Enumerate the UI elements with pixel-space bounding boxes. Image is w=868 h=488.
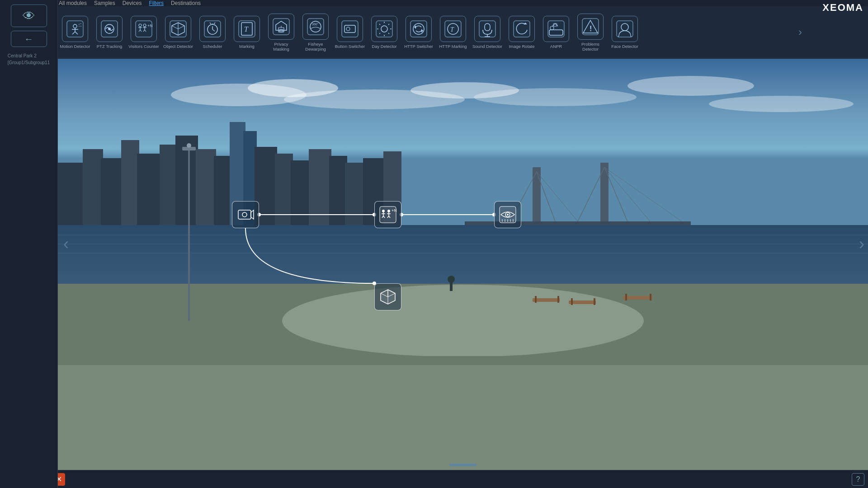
help-icon: ?: [856, 475, 860, 483]
tool-http-marking[interactable]: T HTTP Marking: [437, 11, 469, 54]
tool-label-visitors-counter: Visitors Counter: [128, 44, 159, 49]
canvas-indicator: [449, 464, 476, 466]
tool-label-motion-detector: Motion Detector: [60, 44, 90, 49]
tool-label-ptz-tracking: PTZ Tracking: [97, 44, 123, 49]
svg-text:360°: 360°: [312, 23, 319, 26]
tool-icon-face-detector: [612, 16, 638, 42]
tool-label-fisheye-dewarping: Fisheye Dewarping: [300, 42, 331, 52]
camera-view-button[interactable]: 👁: [11, 5, 47, 27]
tool-icon-sound-detector: [474, 16, 500, 42]
tool-icon-privacy-masking: [268, 14, 294, 40]
svg-text:T: T: [244, 25, 249, 33]
tool-label-sound-detector: Sound Detector: [472, 44, 502, 49]
tool-button-switcher[interactable]: Button Switcher: [334, 11, 366, 54]
tool-label-problems-detector: Problems Detector: [575, 42, 606, 52]
svg-text:!: !: [590, 25, 592, 33]
svg-text:+N: +N: [147, 23, 153, 28]
nav-filters[interactable]: Filters: [149, 0, 164, 6]
svg-rect-49: [376, 21, 392, 37]
camera-name: Central Park 2: [8, 52, 50, 59]
tool-label-face-detector: Face Detector: [611, 44, 638, 49]
tool-label-button-switcher: Button Switcher: [335, 44, 365, 49]
svg-point-164: [507, 214, 509, 216]
svg-point-156: [387, 210, 390, 212]
tool-label-object-detector: Object Detector: [163, 44, 193, 49]
camera-group: [Group1/Subgroup11: [8, 59, 50, 66]
nav-destinations[interactable]: Destinations: [171, 0, 201, 6]
left-sidebar: 👁 ← Central Park 2 [Group1/Subgroup11: [0, 0, 58, 488]
svg-marker-148: [251, 210, 254, 219]
tool-http-switcher[interactable]: HTTP Switcher: [402, 11, 435, 54]
svg-point-149: [242, 212, 247, 217]
tool-icon-button-switcher: [337, 16, 363, 42]
tool-marking[interactable]: T Marking: [231, 11, 263, 54]
tool-icon-http-switcher: [406, 16, 432, 42]
back-icon: ←: [24, 34, 33, 44]
tool-icon-scheduler: [199, 16, 226, 42]
nav-all-modules[interactable]: All modules: [59, 0, 87, 6]
nav-samples[interactable]: Samples: [94, 0, 115, 6]
tool-label-day-detector: Day Detector: [372, 44, 396, 49]
tool-label-scheduler: Scheduler: [203, 44, 222, 49]
tool-ptz-tracking[interactable]: PTZ Tracking: [93, 11, 126, 54]
tool-label-http-marking: HTTP Marking: [439, 44, 467, 49]
tool-icon-visitors-counter: +N: [131, 16, 157, 42]
tool-icon-day-detector: [371, 16, 397, 42]
back-button[interactable]: ←: [11, 31, 47, 47]
flow-overlay: +N: [58, 59, 868, 470]
tool-label-marking: Marking: [239, 44, 255, 49]
svg-text:T: T: [450, 26, 454, 33]
tool-label-privacy-masking: Privacy Masking: [266, 42, 297, 52]
right-nav-arrow[interactable]: ›: [859, 235, 864, 253]
tool-label-anpr: ANPR: [550, 44, 562, 49]
tool-icon-motion-detector: [62, 16, 88, 42]
tool-sound-detector[interactable]: Sound Detector: [471, 11, 504, 54]
tool-icon-object-detector: [165, 16, 191, 42]
preview-node[interactable]: [494, 201, 521, 228]
tool-fisheye-dewarping[interactable]: 360° Fisheye Dewarping: [299, 11, 332, 54]
svg-point-151: [382, 210, 385, 212]
tool-icon-anpr: [543, 16, 569, 42]
svg-text:+N: +N: [392, 208, 397, 213]
right-arrow-icon: ›: [859, 235, 864, 253]
visitors-counter-node[interactable]: +N: [374, 201, 401, 228]
svg-rect-42: [279, 29, 283, 32]
bottom-right: ?: [852, 473, 864, 486]
tool-day-detector[interactable]: Day Detector: [368, 11, 401, 54]
tool-icon-http-marking: T: [440, 16, 466, 42]
filter-toolbar: Motion Detector PTZ Tracking +N Visitors…: [0, 6, 868, 58]
nav-devices[interactable]: Devices: [123, 0, 142, 6]
tool-motion-detector[interactable]: Motion Detector: [59, 11, 91, 54]
top-nav: All modules Samples Devices Filters Dest…: [0, 0, 868, 6]
tool-anpr[interactable]: ANPR: [540, 11, 572, 54]
tool-icon-ptz-tracking: [96, 16, 123, 42]
tool-object-detector[interactable]: Object Detector: [162, 11, 194, 54]
tool-icon-image-rotate: [509, 16, 535, 42]
left-nav-arrow[interactable]: ‹: [63, 235, 69, 253]
tool-visitors-counter[interactable]: +N Visitors Counter: [127, 11, 160, 54]
object-detector-node[interactable]: [374, 283, 401, 310]
tool-icon-problems-detector: !: [577, 14, 604, 40]
tool-label-http-switcher: HTTP Switcher: [404, 44, 433, 49]
camera-info: Central Park 2 [Group1/Subgroup11: [4, 52, 53, 66]
toolbar-scroll-right[interactable]: ›: [791, 11, 809, 54]
tool-image-rotate[interactable]: Image Rotate: [505, 11, 538, 54]
svg-point-10: [108, 28, 111, 30]
left-arrow-icon: ‹: [63, 235, 69, 253]
tool-scheduler[interactable]: Scheduler: [196, 11, 229, 54]
svg-rect-147: [238, 210, 251, 219]
tool-icon-marking: T: [234, 16, 260, 42]
tool-problems-detector[interactable]: ! Problems Detector: [574, 11, 607, 54]
app-logo: XEOMA: [822, 2, 863, 14]
help-button[interactable]: ?: [852, 473, 864, 486]
tool-icon-fisheye-dewarping: 360°: [302, 14, 329, 40]
camera-node[interactable]: [232, 201, 259, 228]
tool-label-image-rotate: Image Rotate: [509, 44, 534, 49]
bottom-bar: ✕ ≡ + ✕ ?: [0, 470, 868, 488]
logo-text: XEOMA: [822, 2, 863, 13]
main-canvas: +N: [58, 59, 868, 470]
tool-face-detector[interactable]: Face Detector: [609, 11, 641, 54]
eye-icon: 👁: [23, 9, 35, 23]
tool-privacy-masking[interactable]: Privacy Masking: [265, 11, 297, 54]
